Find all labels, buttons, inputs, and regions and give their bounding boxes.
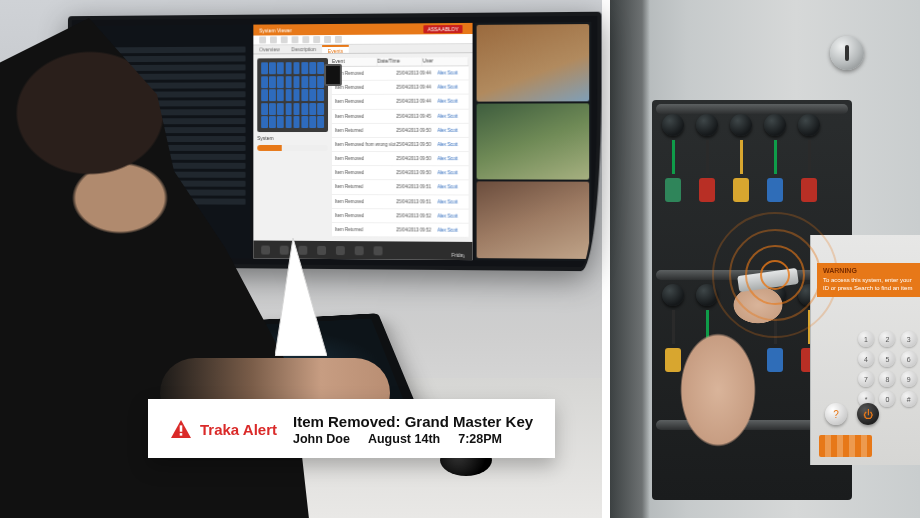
key-cabinet-scene: WARNING To access this system, enter you… (610, 0, 920, 518)
table-row[interactable]: Item Returned25/04/2013 09:50Alex Scott (332, 124, 469, 138)
terminal-keypad: 123456789*0# (858, 331, 918, 407)
keypad-key[interactable]: 0 (879, 391, 895, 407)
keypad-key[interactable]: 7 (858, 371, 874, 387)
terminal-banner-heading: WARNING (823, 267, 914, 275)
col-user: User (423, 57, 469, 65)
callout-pointer (275, 238, 327, 356)
traka-alert-popup: Traka Alert Item Removed: Grand Master K… (148, 399, 555, 458)
cabinet-slot-grid (257, 58, 328, 132)
terminal-power-button[interactable]: ⏻ (857, 403, 879, 425)
key-tag (665, 178, 681, 202)
alert-time: 7:28PM (458, 432, 502, 446)
svg-rect-3 (180, 433, 183, 436)
cabinet-terminal: WARNING To access this system, enter you… (810, 235, 920, 465)
brand-badge: ASSA ABLOY (424, 25, 463, 33)
events-table[interactable]: Event Date/Time User Item Removed25/04/2… (332, 57, 469, 238)
alert-date: August 14th (368, 432, 440, 446)
toolbar-icon[interactable] (270, 36, 277, 43)
key-tag (733, 178, 749, 202)
table-row[interactable]: Item Removed25/04/2013 09:44Alex Scott (332, 66, 469, 81)
table-row[interactable]: Item Removed25/04/2013 09:50Alex Scott (332, 152, 469, 166)
usage-gauge (257, 145, 328, 151)
keypad-key[interactable]: 6 (901, 351, 917, 367)
footer-camera-icon[interactable] (336, 246, 345, 255)
footer-view-icon[interactable] (261, 245, 270, 254)
toolbar-icon[interactable] (324, 36, 331, 43)
key-peg[interactable] (662, 284, 684, 306)
tab-overview[interactable]: Overview (253, 45, 285, 53)
key-peg[interactable] (730, 114, 752, 136)
camera-grid (475, 22, 592, 261)
svg-marker-0 (275, 238, 327, 356)
toolbar-icon[interactable] (281, 36, 288, 43)
tab-events[interactable]: Events (322, 45, 349, 53)
toolbar-icon[interactable] (302, 36, 309, 43)
keypad-key[interactable]: 9 (901, 371, 917, 387)
table-row[interactable]: Item Removed25/04/2013 09:45Alex Scott (332, 109, 469, 123)
workstation-scene: System Viewer ASSA ABLOY Ove (0, 0, 602, 518)
toolbar-icon[interactable] (259, 36, 266, 43)
table-row[interactable]: Item Removed25/04/2013 09:50Alex Scott (332, 166, 469, 181)
toolbar-icon[interactable] (292, 36, 299, 43)
keypad-key[interactable]: # (901, 391, 917, 407)
footer-ticker: Friday 10 18:30:51 SystemEvent1_ALARM_GW… (451, 252, 464, 258)
footer-settings-icon[interactable] (374, 246, 383, 255)
toolbar-icon[interactable] (313, 36, 320, 43)
alert-brand: Traka Alert (200, 421, 277, 438)
svg-rect-2 (180, 425, 183, 431)
table-row[interactable]: Item Returned25/04/2013 09:52Alex Scott (332, 223, 469, 238)
keypad-key[interactable]: 8 (879, 371, 895, 387)
camera-tile[interactable] (477, 103, 590, 180)
key-tag (801, 178, 817, 202)
camera-tile[interactable] (477, 182, 590, 259)
keypad-key[interactable]: 5 (879, 351, 895, 367)
keypad-key[interactable]: 2 (879, 331, 895, 347)
traka-app-window[interactable]: System Viewer ASSA ABLOY Ove (253, 23, 472, 260)
key-tag (699, 178, 715, 202)
lock-cylinder-icon[interactable] (830, 36, 864, 70)
terminal-banner: WARNING To access this system, enter you… (817, 263, 920, 297)
alert-user: John Doe (293, 432, 350, 446)
table-row[interactable]: Item Removed from wrong slot25/04/2013 0… (332, 138, 469, 152)
camera-tile[interactable] (477, 24, 590, 101)
toolbar-icon[interactable] (335, 36, 342, 43)
alert-title: Item Removed: Grand Master Key (293, 413, 533, 430)
table-row[interactable]: Item Removed25/04/2013 09:44Alex Scott (332, 81, 469, 96)
cabinet-reader-icon (324, 64, 342, 86)
table-row[interactable]: Item Removed25/04/2013 09:51Alex Scott (332, 195, 469, 210)
alert-triangle-icon (170, 419, 192, 439)
terminal-banner-text: To access this system, enter your ID or … (823, 277, 912, 290)
cabinet-label: System (257, 135, 328, 141)
terminal-help-button[interactable]: ? (825, 403, 847, 425)
keypad-key[interactable]: 3 (901, 331, 917, 347)
table-row[interactable]: Item Removed25/04/2013 09:44Alex Scott (332, 95, 469, 110)
footer-export-icon[interactable] (355, 246, 364, 255)
keypad-key[interactable]: 4 (858, 351, 874, 367)
keypad-key[interactable]: 1 (858, 331, 874, 347)
key-peg[interactable] (662, 114, 684, 136)
cabinet-meta: System (257, 135, 328, 237)
terminal-stripe (819, 435, 872, 457)
key-peg[interactable] (696, 114, 718, 136)
app-title: System Viewer (259, 27, 292, 33)
tab-description[interactable]: Description (286, 45, 322, 53)
key-peg[interactable] (798, 114, 820, 136)
table-row[interactable]: Item Returned25/04/2013 09:51Alex Scott (332, 180, 469, 195)
key-tag (767, 178, 783, 202)
key-peg[interactable] (764, 114, 786, 136)
table-row[interactable]: Item Removed25/04/2013 09:52Alex Scott (332, 209, 469, 224)
cabinet-preview[interactable]: System (257, 58, 328, 237)
col-datetime: Date/Time (377, 57, 423, 65)
